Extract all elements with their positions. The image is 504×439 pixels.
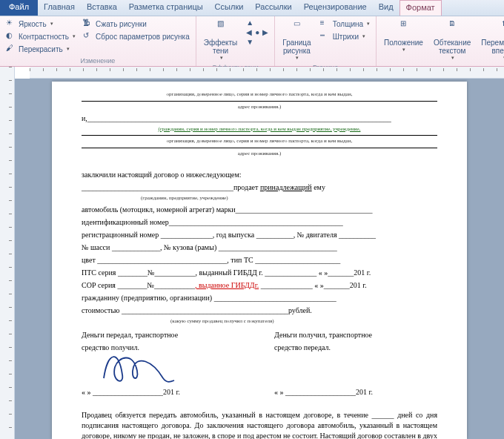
- ruler-horizontal[interactable]: [30, 67, 504, 79]
- doc-line: адрес проживания.): [82, 151, 437, 158]
- doc-line: цвет ___________________________________…: [82, 255, 437, 265]
- tab-insert[interactable]: Вставка: [81, 0, 123, 16]
- compress-icon: 🗜: [83, 19, 93, 29]
- group-adjust: ☀Яркость▾ ◐Контрастность▾ 🖌Перекрасить▾ …: [0, 16, 196, 66]
- ruler-vertical[interactable]: [0, 67, 15, 439]
- doc-line: ПТС серия ________№___________, выданный…: [82, 268, 437, 278]
- wrap-icon: 🗎: [443, 19, 461, 37]
- doc-line: и,______________________________________…: [82, 113, 437, 124]
- doc-line: (гражданин, серия и номер личного паспор…: [82, 126, 437, 133]
- tab-review[interactable]: Рецензирование: [298, 0, 373, 16]
- recolor-button[interactable]: 🖌Перекрасить▾: [4, 43, 77, 55]
- sun-icon: ☀: [6, 19, 16, 29]
- doc-line: № шасси _____________, № кузова (рамы) _…: [82, 242, 437, 253]
- group-shadow: ▧ Эффекты тени▾ ▲ ◀●▶ ▼ Эффекты тени: [196, 16, 276, 66]
- shadow-left[interactable]: ◀: [245, 27, 253, 37]
- weight-button[interactable]: ≡Толщина▾: [319, 18, 371, 30]
- recolor-icon: 🖌: [6, 44, 16, 54]
- dashes-button[interactable]: ┅Штрихи▾: [319, 30, 371, 42]
- reset-icon: ↺: [83, 31, 93, 42]
- doc-line: СОР серия ________№___________, выданное…: [82, 280, 437, 291]
- forward-button[interactable]: ⬆Переместить вперед▾: [478, 18, 504, 62]
- tab-file[interactable]: Файл: [0, 0, 38, 16]
- doc-line: гражданину (предприятию, организации) __…: [82, 293, 437, 303]
- tab-view[interactable]: Вид: [373, 0, 399, 16]
- tab-format[interactable]: Формат: [399, 0, 442, 16]
- doc-line: регистрационный номер ______________, го…: [82, 230, 437, 240]
- wrap-button[interactable]: 🗎Обтекание текстом▾: [431, 18, 474, 62]
- shadow-up[interactable]: ▲: [245, 18, 270, 27]
- doc-line: (какую сумму продавец получил с покупате…: [82, 318, 437, 326]
- doc-line: стоимостью _____________________________…: [82, 306, 437, 316]
- doc-line: организация, доверенное лицо, серия и но…: [82, 138, 437, 145]
- doc-line: автомобиль (мотоцикл, номерной агрегат) …: [82, 205, 437, 215]
- weight-icon: ≡: [320, 19, 331, 29]
- forward-icon: ⬆: [495, 19, 504, 37]
- shadow-icon: ▧: [212, 19, 230, 37]
- tab-mailings[interactable]: Рассылки: [249, 0, 297, 16]
- doc-line: организации, доверенное лицо, серия и но…: [82, 91, 437, 99]
- compress-button[interactable]: 🗜Сжать рисунки: [82, 18, 191, 30]
- brightness-button[interactable]: ☀Яркость▾: [4, 18, 77, 30]
- document-canvas[interactable]: организации, доверенное лицо, серия и но…: [15, 79, 504, 439]
- doc-line: (гражданин, предприятие, учреждение): [82, 195, 437, 202]
- workspace: организации, доверенное лицо, серия и но…: [0, 67, 504, 439]
- position-button[interactable]: ⊞Положение▾: [381, 18, 426, 54]
- doc-line: ________________________________________…: [82, 182, 437, 193]
- doc-line: идентификационный номер_________________…: [82, 217, 437, 228]
- group-border: ▭Граница рисунка▾ ≡Толщина▾ ┅Штрихи▾ Гра…: [275, 16, 377, 66]
- group-arrange: ⊞Положение▾ 🗎Обтекание текстом▾ ⬆Перемес…: [377, 16, 504, 66]
- tab-layout[interactable]: Разметка страницы: [123, 0, 209, 16]
- doc-line: средство передал.: [274, 343, 437, 353]
- border-icon: ▭: [288, 19, 305, 37]
- signature-columns: Деньги передал, транспортное средство по…: [82, 328, 437, 400]
- tab-references[interactable]: Ссылки: [209, 0, 250, 16]
- tab-bar: Файл Главная Вставка Разметка страницы С…: [0, 0, 504, 16]
- dashes-icon: ┅: [320, 31, 331, 42]
- tab-home[interactable]: Главная: [38, 0, 81, 16]
- shadow-effects-button[interactable]: ▧ Эффекты тени▾: [201, 18, 240, 62]
- doc-line: адрес проживания.): [82, 104, 437, 111]
- signature-image[interactable]: [82, 355, 245, 385]
- doc-line: Деньги получил, транспортное: [274, 330, 437, 340]
- position-icon: ⊞: [394, 19, 412, 37]
- shadow-center[interactable]: ●: [253, 27, 261, 37]
- doc-line: заключили настоящий договор о нижеследую…: [82, 170, 437, 180]
- border-button[interactable]: ▭Граница рисунка▾: [279, 18, 314, 62]
- doc-line: Деньги передал, транспортное: [82, 330, 245, 340]
- page: организации, доверенное лицо, серия и но…: [52, 82, 467, 439]
- contrast-icon: ◐: [6, 31, 16, 42]
- shadow-right[interactable]: ▶: [261, 27, 270, 37]
- ribbon: ☀Яркость▾ ◐Контрастность▾ 🖌Перекрасить▾ …: [0, 16, 504, 67]
- group-label: Изменение: [4, 57, 191, 65]
- contrast-button[interactable]: ◐Контрастность▾: [4, 30, 77, 42]
- shadow-down[interactable]: ▼: [245, 37, 270, 47]
- doc-footer: Продавец обязуется передать автомобиль, …: [82, 410, 437, 439]
- doc-line: « » ___________________201 г.: [274, 387, 437, 397]
- reset-button[interactable]: ↺Сброс параметров рисунка: [82, 30, 191, 42]
